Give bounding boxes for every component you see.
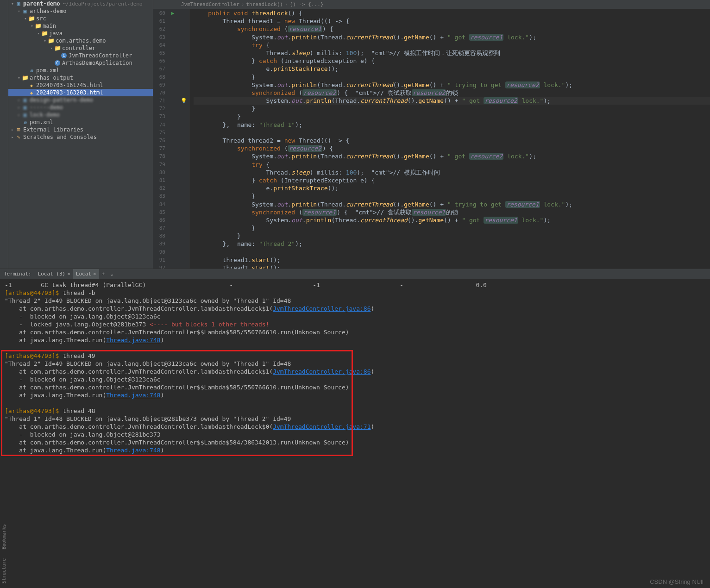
code-line[interactable]: System.out.println(Thread.currentThread(… — [194, 97, 710, 105]
tree-item[interactable]: mpom.xml — [8, 67, 153, 74]
close-icon[interactable]: × — [93, 271, 96, 277]
terminal-line: at com.arthas.demo.controller.JvmThreadC… — [5, 438, 705, 446]
folder-icon: 📁 — [28, 15, 35, 22]
terminal-line: - blocked on java.lang.Object@281be373 — [5, 431, 705, 438]
code-line[interactable]: System.out.println(Thread.currentThread(… — [194, 81, 710, 89]
tree-item[interactable]: ▸▣·····-demo — [8, 104, 153, 111]
folder-icon: 📁 — [34, 22, 42, 30]
tree-item[interactable]: ▾▣parent-demo ~/IdeaProjects/parent-demo — [8, 0, 153, 7]
code-line[interactable]: } — [194, 224, 710, 232]
code-line[interactable]: System.out.println(Thread.currentThread(… — [194, 33, 710, 41]
code-line[interactable]: Thread.sleep( millis: 100); "cmt">// 模拟工… — [194, 49, 710, 57]
code-line[interactable]: } — [194, 73, 710, 81]
tree-item[interactable]: ▸⊞External Libraries — [8, 126, 153, 133]
code-line[interactable]: } — [194, 113, 710, 120]
code-line[interactable]: synchronized (resource1) { — [194, 25, 710, 33]
watermark: CSDN @String NUll — [650, 578, 704, 585]
terminal-line: at com.arthas.demo.controller.JvmThreadC… — [5, 423, 705, 431]
terminal-line: "Thread 2" Id=49 BLOCKED on java.lang.Ob… — [5, 297, 705, 305]
terminal-line: at java.lang.Thread.run(Thread.java:748) — [5, 446, 705, 454]
html-icon: ◆ — [28, 81, 35, 89]
tree-item[interactable]: ▾▣arthas-demo — [8, 7, 153, 15]
code-line[interactable]: synchronized (resource2) { "cmt">// 尝试获取… — [194, 89, 710, 97]
terminal-line: [arthas@44793]$ thread 48 — [5, 407, 705, 415]
tree-item[interactable]: ▾📁main — [8, 22, 153, 30]
tree-item[interactable]: ◆20240703-161745.html — [8, 81, 153, 89]
tree-item[interactable]: ▾📁java — [8, 30, 153, 37]
terminal-line: at com.arthas.demo.controller.JvmThreadC… — [5, 368, 705, 375]
code-line[interactable]: synchronized (resource1) { "cmt">// 尝试获取… — [194, 208, 710, 216]
terminal-more-icon[interactable]: ⌄ — [107, 271, 116, 277]
terminal-tab[interactable]: Local (3)× — [35, 269, 73, 279]
terminal-line: [arthas@44793]$ thread 49 — [5, 352, 705, 360]
code-line[interactable]: thread1.start(); — [194, 256, 710, 264]
code-line[interactable]: Thread thread2 = new Thread(() -> { — [194, 137, 710, 144]
code-line[interactable] — [194, 129, 710, 137]
code-line[interactable]: } — [194, 232, 710, 240]
terminal-line: at com.arthas.demo.controller.JvmThreadC… — [5, 305, 705, 313]
class-icon: C — [54, 59, 61, 67]
tree-item[interactable]: ▾📁src — [8, 15, 153, 22]
gutter[interactable]: 6061626364656667686970717273747576777879… — [153, 9, 190, 269]
tree-item[interactable]: ▸▣design-pattern-demo — [8, 96, 153, 104]
tree-item[interactable]: ◆20240703-163203.html — [8, 89, 153, 96]
breadcrumb-lambda[interactable]: () -> {...} — [290, 1, 324, 7]
code-line[interactable]: System.out.println(Thread.currentThread(… — [194, 152, 710, 160]
code-line[interactable]: } — [194, 105, 710, 113]
class-icon: C — [60, 52, 68, 59]
tree-item[interactable]: ▸✎Scratches and Consoles — [8, 133, 153, 141]
terminal-title: Terminal: — [0, 271, 35, 277]
tool-window-stripe-bottom-left[interactable]: Structure Bookmarks — [0, 524, 8, 583]
tree-item[interactable]: CJvmThreadController — [8, 52, 153, 59]
code-line[interactable]: Thread.sleep( millis: 100); "cmt">// 模拟工… — [194, 169, 710, 176]
tree-item[interactable]: CArthasDemoApplication — [8, 59, 153, 67]
folder-icon: 📁 — [21, 74, 29, 81]
intention-bulb-icon[interactable]: 💡 — [181, 98, 187, 104]
code-line[interactable]: Thread thread1 = new Thread(() -> { — [194, 17, 710, 25]
code-line[interactable]: } — [194, 192, 710, 200]
code-line[interactable]: e.printStackTrace(); — [194, 65, 710, 73]
terminal-line: at java.lang.Thread.run(Thread.java:748) — [5, 336, 705, 344]
code-line[interactable]: } catch (InterruptedException e) { — [194, 176, 710, 184]
maven-icon: m — [28, 67, 35, 74]
html-icon: ◆ — [28, 89, 35, 96]
folder-icon: 📁 — [47, 37, 55, 44]
terminal-line: "Thread 2" Id=49 BLOCKED on java.lang.Ob… — [5, 360, 705, 368]
code-line[interactable] — [194, 248, 710, 256]
tree-item[interactable]: ▸▣lock-demo — [8, 111, 153, 119]
code-line[interactable]: } catch (InterruptedException e) { — [194, 57, 710, 65]
terminal-line: -1 GC task thread#4 (ParallelGC) - -1 - … — [5, 281, 705, 289]
module-icon: ▣ — [21, 111, 29, 119]
terminal-body[interactable]: -1 GC task thread#4 (ParallelGC) - -1 - … — [0, 279, 710, 588]
code-line[interactable]: thread2.start(); — [194, 264, 710, 269]
breadcrumb-method[interactable]: threadLock() — [246, 1, 283, 7]
code-line[interactable]: }, name: "Thread 1"); — [194, 121, 710, 129]
editor-body[interactable]: 6061626364656667686970717273747576777879… — [153, 9, 710, 269]
code-line[interactable]: System.out.println(Thread.currentThread(… — [194, 200, 710, 208]
tree-item[interactable]: mpom.xml — [8, 119, 153, 126]
code-line[interactable]: public void threadLock() { — [194, 9, 710, 17]
bookmarks-tool-button[interactable]: Bookmarks — [2, 524, 7, 549]
run-gutter-icon[interactable]: ▶ — [171, 10, 175, 16]
code-line[interactable]: }, name: "Thread 2"); — [194, 240, 710, 248]
tree-item[interactable]: ▾📁arthas-output — [8, 74, 153, 81]
terminal-line — [5, 399, 705, 407]
maven-icon: m — [21, 119, 29, 126]
tool-window-stripe-left[interactable] — [0, 0, 8, 269]
terminal-tabs: Terminal: Local (3)×Local× + ⌄ — [0, 269, 710, 279]
tree-item[interactable]: ▾📁controller — [8, 44, 153, 52]
project-tree[interactable]: ▾▣parent-demo ~/IdeaProjects/parent-demo… — [8, 0, 153, 269]
structure-tool-button[interactable]: Structure — [2, 558, 7, 583]
code-line[interactable]: try { — [194, 161, 710, 169]
terminal-add-tab[interactable]: + — [99, 271, 108, 277]
breadcrumb[interactable]: JvmThreadController › threadLock() › () … — [153, 0, 710, 9]
tree-item[interactable]: ▾📁com.arthas.demo — [8, 37, 153, 44]
code-line[interactable]: e.printStackTrace(); — [194, 184, 710, 192]
terminal-tab[interactable]: Local× — [73, 269, 99, 279]
breadcrumb-class[interactable]: JvmThreadController — [181, 1, 239, 7]
terminal-panel: Terminal: Local (3)×Local× + ⌄ -1 GC tas… — [0, 269, 710, 588]
code-line[interactable]: try { — [194, 41, 710, 49]
close-icon[interactable]: × — [67, 271, 70, 277]
code-line[interactable]: synchronized (resource2) { — [194, 144, 710, 152]
code-line[interactable]: System.out.println(Thread.currentThread(… — [194, 216, 710, 224]
